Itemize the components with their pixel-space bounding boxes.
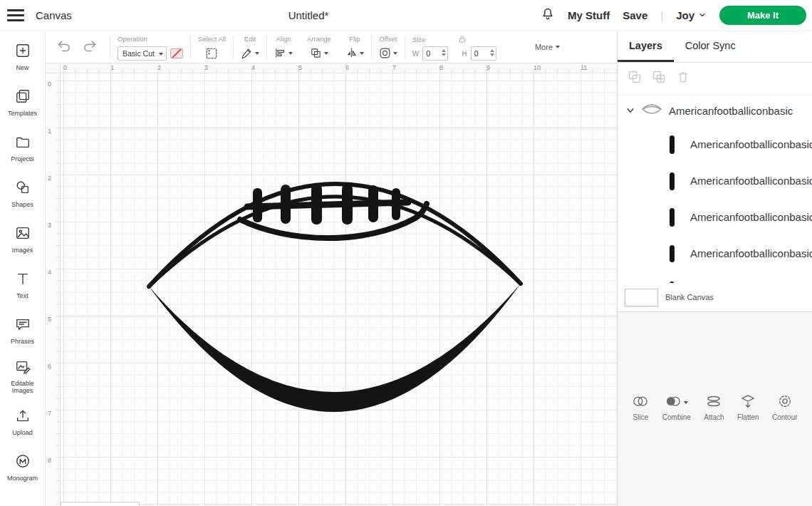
chevron-down-icon: [255, 52, 259, 55]
layer-row[interactable]: Americanfootballiconbasic: [618, 199, 812, 235]
chevron-down-icon: [698, 9, 707, 22]
flatten-button[interactable]: Flatten: [737, 394, 759, 421]
color-swatch[interactable]: [170, 48, 183, 58]
chevron-down-icon: [288, 52, 293, 55]
tab-color-sync[interactable]: Color Sync: [674, 31, 747, 62]
design-app: Canvas Untitled* My Stuff Save | Joy Mak…: [0, 0, 812, 506]
offset-label: Offset: [379, 35, 397, 43]
slice-icon: [632, 394, 649, 411]
project-title[interactable]: Untitled*: [288, 9, 329, 21]
horizontal-ruler: 0 1 2 3 4 5 6 7 8 9 10 11: [61, 63, 617, 73]
group-thumbnail: [641, 102, 662, 119]
canvas-object-football[interactable]: [146, 178, 524, 413]
chevron-down-icon: [556, 46, 560, 48]
operation-select[interactable]: Basic Cut: [118, 46, 167, 61]
projects-icon: [15, 134, 31, 153]
new-icon: [15, 43, 31, 61]
blank-canvas-row[interactable]: Blank Canvas: [618, 283, 812, 311]
flip-menu-button[interactable]: [345, 47, 364, 59]
delete-icon[interactable]: [676, 70, 690, 87]
arrange-label: Arrange: [307, 35, 331, 43]
blank-canvas-label: Blank Canvas: [665, 293, 714, 301]
layers-panel: Layers Color Sync: [617, 31, 812, 506]
edit-label: Edit: [244, 35, 256, 43]
my-stuff-link[interactable]: My Stuff: [568, 9, 610, 21]
align-menu-button[interactable]: [274, 47, 293, 59]
text-icon: [15, 271, 31, 289]
redo-button[interactable]: [83, 38, 97, 56]
ruler-corner: [46, 63, 61, 73]
panel-tabs: Layers Color Sync: [618, 31, 812, 63]
width-stepper[interactable]: [442, 49, 446, 56]
layer-row[interactable]: Americanfootballiconbasic: [618, 126, 812, 162]
select-all-label: Select All: [198, 35, 226, 43]
layer-list: Americanfootballiconbasic Americanfootba…: [618, 95, 812, 283]
chevron-down-icon: [159, 53, 163, 56]
layer-row[interactable]: Americanfootballiconbasic: [618, 272, 812, 283]
offset-menu-button[interactable]: [379, 47, 397, 59]
chevron-down-icon: [626, 106, 635, 115]
layer-row[interactable]: Americanfootballiconbasic: [618, 235, 812, 272]
make-it-button[interactable]: Make It: [719, 6, 806, 25]
height-label: H: [462, 50, 467, 58]
sidebar-item-monogram[interactable]: Monogram: [0, 445, 45, 490]
sidebar-item-new[interactable]: New: [0, 34, 45, 80]
layer-actions-bar: Slice Combine Attach Flatten: [618, 311, 812, 506]
group-icon[interactable]: [628, 70, 642, 87]
undo-button[interactable]: [57, 38, 71, 56]
tab-layers[interactable]: Layers: [618, 31, 674, 62]
chevron-down-icon: [393, 52, 397, 55]
chevron-down-icon: [684, 401, 688, 404]
arrange-menu-button[interactable]: [310, 47, 328, 59]
flatten-icon: [739, 394, 756, 411]
contour-icon: [776, 394, 793, 411]
width-label: W: [412, 50, 419, 58]
edit-toolbar: Operation Basic Cut Select All: [46, 31, 617, 63]
design-canvas[interactable]: [61, 73, 617, 506]
header: Canvas Untitled* My Stuff Save | Joy Mak…: [0, 0, 812, 31]
chevron-down-icon: [324, 52, 328, 55]
height-stepper[interactable]: [490, 49, 494, 56]
layer-group-row[interactable]: Americanfootballiconbasic: [618, 95, 812, 126]
monogram-icon: [15, 453, 31, 472]
attach-button[interactable]: Attach: [704, 394, 724, 421]
vertical-ruler: 0 1 2 3 4 5 6 7 8: [46, 73, 61, 506]
upload-icon: [15, 408, 31, 426]
align-label: Align: [276, 35, 291, 43]
flip-label: Flip: [349, 35, 360, 43]
slice-button[interactable]: Slice: [632, 394, 649, 421]
shapes-icon: [15, 180, 31, 198]
operation-label: Operation: [118, 35, 147, 43]
images-icon: [15, 225, 31, 244]
menu-icon[interactable]: [0, 0, 31, 31]
duplicate-icon[interactable]: [652, 70, 666, 87]
layer-row[interactable]: Americanfootballiconbasic: [618, 162, 812, 199]
more-menu-button[interactable]: More: [535, 31, 560, 63]
canvas-column: Operation Basic Cut Select All: [46, 31, 617, 506]
sidebar-item-templates[interactable]: Templates: [0, 80, 45, 125]
sidebar-item-projects[interactable]: Projects: [0, 125, 45, 171]
sidebar-item-text[interactable]: Text: [0, 262, 45, 308]
combine-button[interactable]: Combine: [662, 394, 691, 421]
partial-object-bottom-edge: [61, 502, 140, 506]
attach-icon: [705, 394, 722, 411]
edit-menu-button[interactable]: [241, 47, 259, 59]
design-sidebar: New Templates Projects Shapes Images Tex…: [0, 31, 46, 506]
contour-button[interactable]: Contour: [772, 394, 798, 421]
sidebar-item-upload[interactable]: Upload: [0, 399, 45, 445]
header-actions: My Stuff Save | Joy Make It: [541, 6, 812, 25]
blank-canvas-swatch[interactable]: [625, 289, 658, 306]
lace-bar-thumbnail: [662, 170, 682, 192]
sidebar-item-phrases[interactable]: Phrases: [0, 308, 45, 353]
sidebar-item-images[interactable]: Images: [0, 217, 45, 262]
chevron-down-icon: [360, 52, 364, 55]
select-all-button[interactable]: [205, 47, 218, 60]
sidebar-item-shapes[interactable]: Shapes: [0, 171, 45, 217]
lock-icon[interactable]: [458, 35, 467, 43]
phrases-icon: [15, 316, 31, 335]
notifications-bell-icon[interactable]: [541, 7, 555, 24]
save-link[interactable]: Save: [623, 9, 647, 21]
canvas-section-label: Canvas: [36, 9, 72, 21]
sidebar-item-editable-images[interactable]: Editable Images: [0, 353, 45, 399]
machine-select[interactable]: Joy: [676, 9, 707, 22]
